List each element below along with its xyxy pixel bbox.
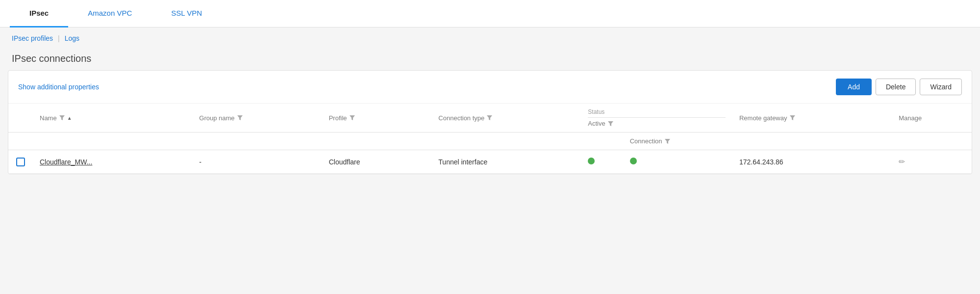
tab-ssl-vpn[interactable]: SSL VPN xyxy=(151,0,222,27)
th-remote-2 xyxy=(732,133,892,150)
connection-filter-icon[interactable] xyxy=(665,138,670,144)
row-name-cell: Cloudflare_MW... xyxy=(33,150,192,174)
connections-tbody: Cloudflare_MW... - Cloudflare Tunnel int… xyxy=(8,150,972,174)
active-filter-icon[interactable] xyxy=(608,121,613,127)
th-manage-label: Manage xyxy=(899,114,922,122)
conntype-filter-icon[interactable] xyxy=(487,115,492,121)
table-row: Cloudflare_MW... - Cloudflare Tunnel int… xyxy=(8,150,972,174)
row-active-cell xyxy=(581,150,623,174)
name-sort-icon[interactable]: ▲ xyxy=(67,115,72,121)
subnav-divider: | xyxy=(58,34,60,42)
row-remote-value: 172.64.243.86 xyxy=(739,158,783,166)
subnav-ipsec-profiles[interactable]: IPsec profiles xyxy=(12,34,53,42)
add-button[interactable]: Add xyxy=(836,79,872,95)
row-group-value: - xyxy=(199,158,201,166)
row-active-dot xyxy=(588,158,595,164)
th-name-2 xyxy=(33,133,192,150)
tab-amazon-vpc[interactable]: Amazon VPC xyxy=(68,0,151,27)
row-group-cell: - xyxy=(192,150,322,174)
row-profile-cell: Cloudflare xyxy=(322,150,432,174)
th-check xyxy=(8,104,33,133)
table-header-row-1: Name ▲ Group name xyxy=(8,104,972,133)
profile-filter-icon[interactable] xyxy=(350,115,355,121)
name-filter-icon[interactable] xyxy=(59,115,65,121)
sub-nav: IPsec profiles | Logs xyxy=(0,27,980,49)
row-connection-cell xyxy=(623,150,732,174)
th-name-label: Name xyxy=(40,114,57,122)
th-manage-2 xyxy=(892,133,972,150)
th-remote: Remote gateway xyxy=(732,104,892,133)
th-check-2 xyxy=(8,133,33,150)
remote-filter-icon[interactable] xyxy=(790,115,795,121)
group-filter-icon[interactable] xyxy=(237,115,243,121)
tab-ipsec[interactable]: IPsec xyxy=(10,0,68,27)
th-conntype: Connection type xyxy=(431,104,581,133)
th-profile-2 xyxy=(322,133,432,150)
row-profile-value: Cloudflare xyxy=(329,158,360,166)
page-container: IPsec Amazon VPC SSL VPN IPsec profiles … xyxy=(0,0,980,294)
row-check-cell xyxy=(8,150,33,174)
toolbar-buttons: Add Delete Wizard xyxy=(836,79,962,95)
card-toolbar: Show additional properties Add Delete Wi… xyxy=(8,71,972,104)
th-conntype-label: Connection type xyxy=(438,114,484,122)
delete-button[interactable]: Delete xyxy=(876,79,916,95)
th-group-label: Group name xyxy=(199,114,234,122)
th-active-2 xyxy=(581,133,623,150)
th-conntype-2 xyxy=(431,133,581,150)
th-group-2 xyxy=(192,133,322,150)
connections-card: Show additional properties Add Delete Wi… xyxy=(8,70,972,174)
th-group: Group name xyxy=(192,104,322,133)
row-connection-dot xyxy=(630,158,637,164)
th-remote-label: Remote gateway xyxy=(739,114,787,122)
connections-table: Name ▲ Group name xyxy=(8,104,972,174)
wizard-button[interactable]: Wizard xyxy=(920,79,962,95)
row-checkbox[interactable] xyxy=(16,158,25,166)
th-manage: Manage xyxy=(892,104,972,133)
th-status-group: Status Active xyxy=(581,104,732,133)
th-name: Name ▲ xyxy=(33,104,192,133)
row-remote-cell: 172.64.243.86 xyxy=(732,150,892,174)
row-manage-cell: ✏ xyxy=(892,150,972,174)
connections-table-wrap: Name ▲ Group name xyxy=(8,104,972,174)
th-connection-label: Connection xyxy=(630,137,662,145)
subnav-logs[interactable]: Logs xyxy=(65,34,79,42)
row-edit-icon[interactable]: ✏ xyxy=(899,158,905,166)
section-title: IPsec connections xyxy=(0,49,980,70)
status-group-label: Status xyxy=(588,108,726,118)
show-additional-properties-link[interactable]: Show additional properties xyxy=(18,83,99,91)
th-profile: Profile xyxy=(322,104,432,133)
row-name-link[interactable]: Cloudflare_MW... xyxy=(40,158,92,166)
row-conntype-value: Tunnel interface xyxy=(438,158,487,166)
table-header-row-2: Connection xyxy=(8,133,972,150)
tabs-bar: IPsec Amazon VPC SSL VPN xyxy=(0,0,980,27)
th-connection: Connection xyxy=(623,133,732,150)
th-profile-label: Profile xyxy=(329,114,347,122)
row-conntype-cell: Tunnel interface xyxy=(431,150,581,174)
th-active-label: Active xyxy=(588,120,605,127)
